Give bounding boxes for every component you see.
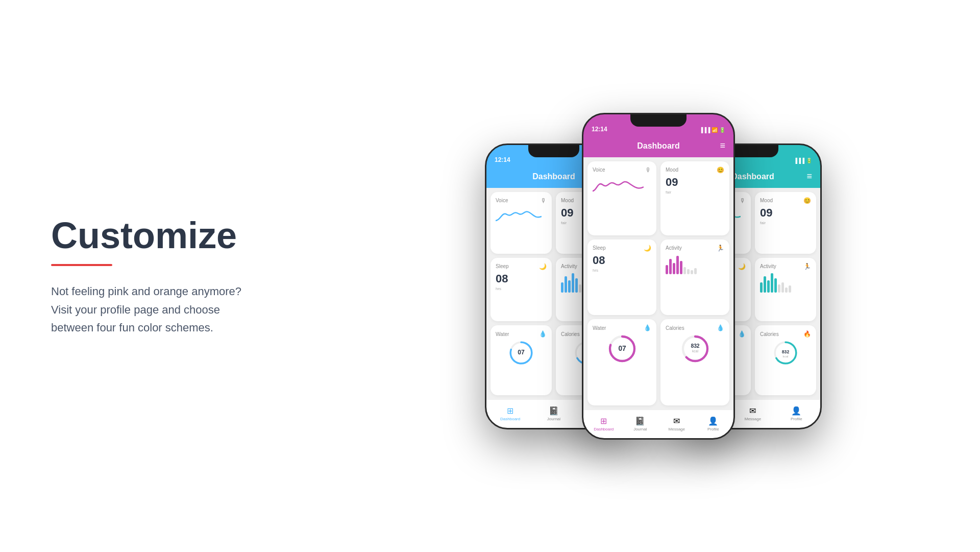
svg-text:kcal: kcal [783,355,789,358]
nav-journal-icon-center: 📓 [635,416,645,426]
mood-label-right: Mood [760,198,773,203]
nav-journal-label-left: Journal [547,417,560,421]
mood-sublabel-center: fair [666,190,724,195]
mood-widget-right: Mood 😊 09 fair [755,192,816,254]
phones-section: 12:14 ▐▐▐ 🔋 Dashboard ≡ [357,0,980,552]
calories-icon-right: 🔥 [803,330,811,338]
sleep-sublabel-center: hrs [593,268,651,273]
svg-text:07: 07 [518,349,525,356]
nav-profile-label-center: Profile [707,427,719,431]
calories-circle-right: 832 kcal [760,340,811,366]
mood-sublabel-right: fair [760,221,811,225]
voice-label-left: Voice [496,198,508,203]
app-title-right: Dashboard [731,172,774,181]
voice-label-center: Voice [593,167,605,173]
nav-message-label-right: Message [745,417,761,421]
nav-message-label-center: Message [669,427,685,431]
water-widget-left: Water 💧 07 [491,325,552,395]
dashboard-grid-center: Voice 🎙 Mood [583,157,733,410]
mood-value-right: 09 [760,206,811,220]
nav-journal-center[interactable]: 📓 Journal [622,416,659,431]
mood-icon-right: 😊 [803,197,811,204]
water-circle-center: 07 [593,333,651,364]
nav-dashboard-center[interactable]: ⊞ Dashboard [585,416,622,431]
svg-text:832: 832 [782,349,790,354]
nav-dashboard-icon-left: ⊞ [507,406,513,416]
calories-label-center: Calories [666,325,684,331]
voice-widget-center: Voice 🎙 [587,161,656,235]
time-left: 12:14 [495,156,510,163]
activity-bars-right [760,272,811,293]
svg-text:07: 07 [618,345,626,352]
sleep-icon-left: 🌙 [539,263,547,270]
left-section: Customize Not feeling pink and orange an… [0,215,357,337]
water-widget-center: Water 💧 07 [587,319,656,405]
sleep-widget-left: Sleep 🌙 08 hrs [491,258,552,321]
mood-icon-center: 😊 [717,166,724,174]
page-title: Customize [51,215,316,256]
voice-icon-left: 🎙 [541,197,547,204]
nav-journal-icon-left: 📓 [549,406,559,416]
nav-profile-icon-center: 👤 [708,416,718,426]
water-icon-center: 💧 [644,324,651,331]
water-icon-left: 💧 [539,330,547,338]
bottom-nav-center: ⊞ Dashboard 📓 Journal ✉ Message 👤 Profil… [583,410,733,438]
sleep-icon-right: 🌙 [738,263,746,270]
activity-bars-center [666,254,724,274]
nav-journal-left[interactable]: 📓 Journal [532,406,575,421]
title-underline [51,264,112,266]
voice-wave-center [593,176,651,194]
phone-center: 12:14 ▐▐▐ 📶 🔋 Dashboard ≡ [582,113,735,440]
voice-icon-right: 🎙 [740,197,746,204]
mood-widget-center: Mood 😊 09 fair [660,161,729,235]
nav-dashboard-left[interactable]: ⊞ Dashboard [488,406,532,421]
svg-text:832: 832 [691,343,699,349]
description-text: Not feeling pink and orange anymore?Visi… [51,282,316,337]
app-title-left: Dashboard [532,172,575,181]
sleep-sublabel-left: hrs [496,286,547,291]
nav-message-center[interactable]: ✉ Message [658,416,695,431]
calories-label-left: Calories [561,331,580,337]
nav-message-right[interactable]: ✉ Message [731,406,774,421]
time-center: 12:14 [592,126,607,133]
sleep-icon-center: 🌙 [644,245,651,252]
svg-text:kcal: kcal [692,349,698,353]
calories-widget-right: Calories 🔥 832 kcal [755,325,816,395]
voice-icon-center: 🎙 [645,166,651,174]
status-icons-right: ▐▐▐ 🔋 [794,158,812,163]
nav-profile-right[interactable]: 👤 Profile [775,406,818,421]
activity-label-center: Activity [666,245,682,251]
water-icon-right: 💧 [738,330,746,338]
calories-circle-center: 832 kcal [666,333,724,364]
activity-widget-right: Activity 🏃 [755,258,816,321]
mood-value-center: 09 [666,176,724,189]
activity-label-left: Activity [561,263,577,269]
sleep-value-left: 08 [496,272,547,285]
sleep-label-left: Sleep [496,263,509,269]
activity-icon-center: 🏃 [717,245,724,252]
phones-wrapper: 12:14 ▐▐▐ 🔋 Dashboard ≡ [485,72,852,481]
nav-profile-center[interactable]: 👤 Profile [695,416,732,431]
voice-wave-left [496,206,547,225]
nav-profile-icon-right: 👤 [791,406,801,416]
water-label-center: Water [593,325,606,331]
nav-dashboard-label-center: Dashboard [594,427,614,431]
status-icons-center: ▐▐▐ 📶 🔋 [699,127,725,133]
water-circle-left: 07 [496,340,547,366]
calories-icon-center: 💧 [717,324,724,331]
screen-body-center: Voice 🎙 Mood [583,157,733,410]
sleep-label-center: Sleep [593,245,606,251]
menu-icon-right: ≡ [806,171,812,182]
nav-dashboard-label-left: Dashboard [500,417,520,421]
nav-message-icon-right: ✉ [749,406,756,416]
activity-label-right: Activity [760,263,776,269]
mood-label-left: Mood [561,198,574,203]
calories-widget-center: Calories 💧 832 kcal [660,319,729,405]
sleep-widget-center: Sleep 🌙 08 hrs [587,239,656,315]
mood-label-center: Mood [666,167,678,173]
water-label-left: Water [496,331,509,337]
app-title-center: Dashboard [637,141,680,151]
menu-icon-center: ≡ [720,140,725,151]
nav-dashboard-icon-center: ⊞ [600,416,607,426]
nav-journal-label-center: Journal [633,427,647,431]
